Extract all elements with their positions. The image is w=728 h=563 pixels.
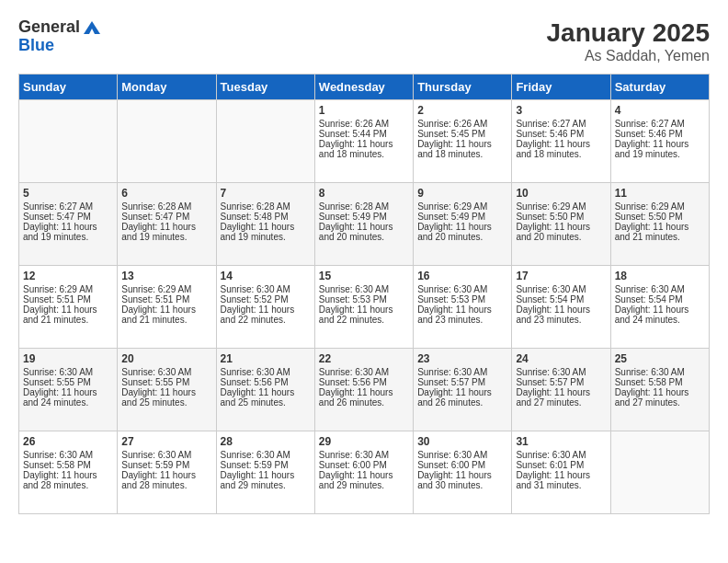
daylight-text: Daylight: 11 hours and 20 minutes. [516, 222, 606, 242]
sunrise-text: Sunrise: 6:29 AM [121, 284, 211, 294]
sunrise-text: Sunrise: 6:30 AM [417, 367, 507, 377]
header-day-friday: Friday [512, 75, 610, 100]
location: As Saddah, Yemen [547, 48, 710, 64]
day-number: 2 [417, 104, 507, 117]
sunset-text: Sunset: 6:00 PM [417, 460, 507, 470]
daylight-text: Daylight: 11 hours and 18 minutes. [516, 139, 606, 159]
sunrise-text: Sunrise: 6:30 AM [615, 367, 705, 377]
header-day-wednesday: Wednesday [314, 75, 413, 100]
sunrise-text: Sunrise: 6:30 AM [516, 367, 606, 377]
daylight-text: Daylight: 11 hours and 22 minutes. [319, 304, 409, 325]
sunset-text: Sunset: 5:50 PM [516, 212, 606, 222]
sunrise-text: Sunrise: 6:29 AM [615, 201, 705, 212]
day-number: 11 [615, 187, 705, 200]
daylight-text: Daylight: 11 hours and 25 minutes. [221, 387, 311, 408]
daylight-text: Daylight: 11 hours and 28 minutes. [121, 470, 211, 490]
sunrise-text: Sunrise: 6:30 AM [221, 450, 311, 460]
sunrise-text: Sunrise: 6:30 AM [417, 284, 507, 294]
calendar-cell: 18Sunrise: 6:30 AMSunset: 5:54 PMDayligh… [610, 266, 709, 349]
day-number: 6 [121, 187, 211, 200]
sunset-text: Sunset: 5:54 PM [516, 294, 606, 304]
sunset-text: Sunset: 5:53 PM [417, 294, 507, 304]
calendar-cell: 30Sunrise: 6:30 AMSunset: 6:00 PMDayligh… [414, 431, 512, 514]
logo-general: General [18, 18, 80, 37]
calendar-cell: 5Sunrise: 6:27 AMSunset: 5:47 PMDaylight… [19, 183, 118, 266]
calendar-cell [216, 100, 314, 183]
daylight-text: Daylight: 11 hours and 18 minutes. [319, 139, 409, 159]
day-number: 20 [121, 352, 211, 365]
header-day-monday: Monday [118, 75, 216, 100]
day-number: 14 [221, 270, 311, 282]
sunset-text: Sunset: 5:55 PM [23, 377, 113, 387]
daylight-text: Daylight: 11 hours and 28 minutes. [23, 470, 113, 490]
daylight-text: Daylight: 11 hours and 29 minutes. [319, 470, 409, 490]
calendar-cell: 9Sunrise: 6:29 AMSunset: 5:49 PMDaylight… [414, 183, 512, 266]
header-day-thursday: Thursday [414, 75, 512, 100]
day-number: 8 [319, 187, 409, 200]
calendar-header: SundayMondayTuesdayWednesdayThursdayFrid… [19, 75, 710, 100]
month-year: January 2025 [547, 18, 710, 48]
day-number: 9 [417, 187, 507, 200]
sunrise-text: Sunrise: 6:27 AM [23, 201, 113, 212]
sunset-text: Sunset: 5:56 PM [221, 377, 311, 387]
sunset-text: Sunset: 5:49 PM [417, 212, 507, 222]
daylight-text: Daylight: 11 hours and 20 minutes. [319, 222, 409, 242]
calendar-cell: 7Sunrise: 6:28 AMSunset: 5:48 PMDaylight… [216, 183, 314, 266]
logo: General Blue [18, 18, 102, 55]
calendar-cell: 21Sunrise: 6:30 AMSunset: 5:56 PMDayligh… [216, 349, 314, 431]
header-day-sunday: Sunday [19, 75, 118, 100]
day-number: 26 [23, 435, 113, 448]
daylight-text: Daylight: 11 hours and 24 minutes. [615, 304, 705, 325]
daylight-text: Daylight: 11 hours and 21 minutes. [121, 304, 211, 325]
day-number: 25 [615, 352, 705, 365]
calendar-cell: 22Sunrise: 6:30 AMSunset: 5:56 PMDayligh… [314, 349, 413, 431]
daylight-text: Daylight: 11 hours and 19 minutes. [221, 222, 311, 242]
page-header: General Blue January 2025 As Saddah, Yem… [18, 18, 710, 64]
day-number: 31 [516, 435, 606, 448]
sunset-text: Sunset: 5:44 PM [319, 129, 409, 139]
header-day-saturday: Saturday [610, 75, 709, 100]
day-number: 24 [516, 352, 606, 365]
day-number: 29 [319, 435, 409, 448]
calendar-cell: 29Sunrise: 6:30 AMSunset: 6:00 PMDayligh… [314, 431, 413, 514]
logo-icon [82, 19, 102, 36]
calendar-cell: 20Sunrise: 6:30 AMSunset: 5:55 PMDayligh… [118, 349, 216, 431]
daylight-text: Daylight: 11 hours and 30 minutes. [417, 470, 507, 490]
calendar-cell: 25Sunrise: 6:30 AMSunset: 5:58 PMDayligh… [610, 349, 709, 431]
daylight-text: Daylight: 11 hours and 21 minutes. [615, 222, 705, 242]
daylight-text: Daylight: 11 hours and 27 minutes. [615, 387, 705, 408]
sunrise-text: Sunrise: 6:30 AM [221, 284, 311, 294]
sunrise-text: Sunrise: 6:30 AM [23, 450, 113, 460]
day-number: 17 [516, 270, 606, 282]
day-number: 1 [319, 104, 409, 117]
sunrise-text: Sunrise: 6:30 AM [516, 450, 606, 460]
day-number: 13 [121, 270, 211, 282]
sunset-text: Sunset: 5:53 PM [319, 294, 409, 304]
sunset-text: Sunset: 5:46 PM [615, 129, 705, 139]
sunset-text: Sunset: 5:58 PM [615, 377, 705, 387]
sunrise-text: Sunrise: 6:28 AM [121, 201, 211, 212]
sunrise-text: Sunrise: 6:28 AM [319, 201, 409, 212]
day-number: 15 [319, 270, 409, 282]
sunset-text: Sunset: 5:49 PM [319, 212, 409, 222]
calendar-cell: 12Sunrise: 6:29 AMSunset: 5:51 PMDayligh… [19, 266, 118, 349]
calendar-cell: 17Sunrise: 6:30 AMSunset: 5:54 PMDayligh… [512, 266, 610, 349]
sunrise-text: Sunrise: 6:30 AM [615, 284, 705, 294]
sunset-text: Sunset: 5:55 PM [121, 377, 211, 387]
calendar-cell [610, 431, 709, 514]
calendar-cell: 31Sunrise: 6:30 AMSunset: 6:01 PMDayligh… [512, 431, 610, 514]
calendar-cell: 10Sunrise: 6:29 AMSunset: 5:50 PMDayligh… [512, 183, 610, 266]
calendar-cell: 2Sunrise: 6:26 AMSunset: 5:45 PMDaylight… [414, 100, 512, 183]
calendar-cell: 19Sunrise: 6:30 AMSunset: 5:55 PMDayligh… [19, 349, 118, 431]
calendar-table: SundayMondayTuesdayWednesdayThursdayFrid… [18, 74, 710, 514]
day-number: 21 [221, 352, 311, 365]
header-day-tuesday: Tuesday [216, 75, 314, 100]
sunrise-text: Sunrise: 6:29 AM [23, 284, 113, 294]
daylight-text: Daylight: 11 hours and 26 minutes. [319, 387, 409, 408]
sunrise-text: Sunrise: 6:29 AM [516, 201, 606, 212]
calendar-cell: 15Sunrise: 6:30 AMSunset: 5:53 PMDayligh… [314, 266, 413, 349]
sunrise-text: Sunrise: 6:26 AM [417, 119, 507, 129]
calendar-cell: 11Sunrise: 6:29 AMSunset: 5:50 PMDayligh… [610, 183, 709, 266]
sunrise-text: Sunrise: 6:30 AM [221, 367, 311, 377]
sunrise-text: Sunrise: 6:30 AM [121, 450, 211, 460]
